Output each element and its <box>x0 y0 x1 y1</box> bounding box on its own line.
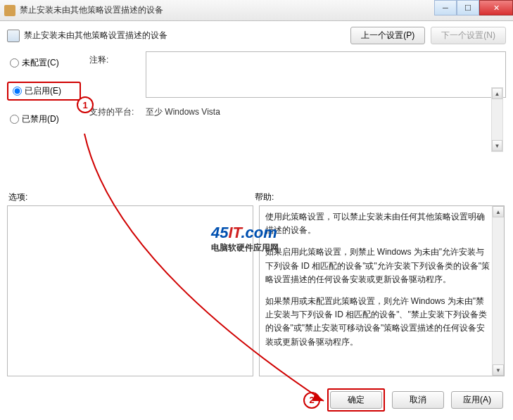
policy-title: 禁止安装未由其他策略设置描述的设备 <box>24 30 346 42</box>
mid-scrollbar[interactable]: ▲ ▼ <box>491 87 503 152</box>
comment-label: 注释: <box>89 51 140 66</box>
radio-enabled-highlight: 已启用(E) 1 <box>7 82 81 101</box>
help-panel: 使用此策略设置，可以禁止安装未由任何其他策略设置明确描述的设备。 如果启用此策略… <box>259 205 505 376</box>
titlebar: 禁止安装未由其他策略设置描述的设备 ─ ☐ ✕ <box>0 0 513 21</box>
content-area: 禁止安装未由其他策略设置描述的设备 上一个设置(P) 下一个设置(N) 未配置(… <box>0 21 513 420</box>
window-controls: ─ ☐ ✕ <box>434 0 513 15</box>
maximize-button[interactable]: ☐ <box>457 0 479 15</box>
window-title: 禁止安装未由其他策略设置描述的设备 <box>20 4 163 16</box>
options-column <box>7 205 253 376</box>
radio-disabled[interactable]: 已禁用(D) <box>7 112 81 127</box>
help-label: 帮助: <box>255 191 274 203</box>
minimize-button[interactable]: ─ <box>434 0 457 15</box>
apply-button[interactable]: 应用(A) <box>451 391 503 409</box>
nav-buttons: 上一个设置(P) 下一个设置(N) <box>350 27 506 44</box>
help-column: 使用此策略设置，可以禁止安装未由任何其他策略设置明确描述的设备。 如果启用此策略… <box>259 205 505 376</box>
close-button[interactable]: ✕ <box>479 0 513 15</box>
radio-enabled-input[interactable] <box>13 87 22 96</box>
options-label: 选项: <box>8 191 27 203</box>
scroll-up-icon[interactable]: ▲ <box>493 206 504 217</box>
platform-label: 支持的平台: <box>89 103 140 118</box>
next-setting-button[interactable]: 下一个设置(N) <box>431 27 506 44</box>
scroll-down-icon[interactable]: ▼ <box>492 140 502 151</box>
ok-button-highlight: 确定 <box>327 388 385 412</box>
radio-enabled-label: 已启用(E) <box>25 85 61 97</box>
right-config: 注释: 支持的平台: 至少 Windows Vista <box>89 51 506 127</box>
cancel-button[interactable]: 取消 <box>392 391 444 409</box>
radio-group: 未配置(C) 已启用(E) 1 已禁用(D) <box>7 51 81 127</box>
platform-value: 至少 Windows Vista <box>146 103 220 118</box>
radio-not-configured-input[interactable] <box>10 58 19 68</box>
scroll-up-icon[interactable]: ▲ <box>492 88 502 99</box>
bottom-buttons: 2 确定 取消 应用(A) <box>303 388 503 412</box>
radio-disabled-label: 已禁用(D) <box>22 113 59 125</box>
platform-row: 支持的平台: 至少 Windows Vista <box>89 103 506 118</box>
comment-row: 注释: <box>89 51 506 98</box>
prev-setting-button[interactable]: 上一个设置(P) <box>350 27 425 44</box>
help-paragraph-3: 如果禁用或未配置此策略设置，则允许 Windows 为未由"禁止安装与下列设备 … <box>265 295 492 349</box>
help-paragraph-1: 使用此策略设置，可以禁止安装未由任何其他策略设置明确描述的设备。 <box>265 210 492 237</box>
radio-not-configured-label: 未配置(C) <box>22 57 59 69</box>
help-paragraph-2: 如果启用此策略设置，则禁止 Windows 为未由"允许安装与下列设备 ID 相… <box>265 246 492 286</box>
ok-button[interactable]: 确定 <box>330 391 382 409</box>
annotation-2: 2 <box>303 392 320 409</box>
annotation-1: 1 <box>77 96 94 113</box>
policy-icon <box>7 30 20 42</box>
policy-header: 禁止安装未由其他策略设置描述的设备 上一个设置(P) 下一个设置(N) <box>7 27 506 44</box>
radio-disabled-input[interactable] <box>10 115 19 124</box>
app-icon <box>4 5 15 16</box>
radio-not-configured[interactable]: 未配置(C) <box>7 56 81 70</box>
help-scrollbar[interactable]: ▲ ▼ <box>492 206 504 376</box>
config-row: 未配置(C) 已启用(E) 1 已禁用(D) 注释: 支持的平台: 至少 <box>7 51 506 127</box>
scroll-down-icon[interactable]: ▼ <box>493 364 504 376</box>
comment-input[interactable] <box>146 51 506 98</box>
radio-enabled[interactable]: 已启用(E) <box>13 85 75 97</box>
options-panel <box>7 205 253 376</box>
panels-row: 使用此策略设置，可以禁止安装未由任何其他策略设置明确描述的设备。 如果启用此策略… <box>7 205 505 376</box>
